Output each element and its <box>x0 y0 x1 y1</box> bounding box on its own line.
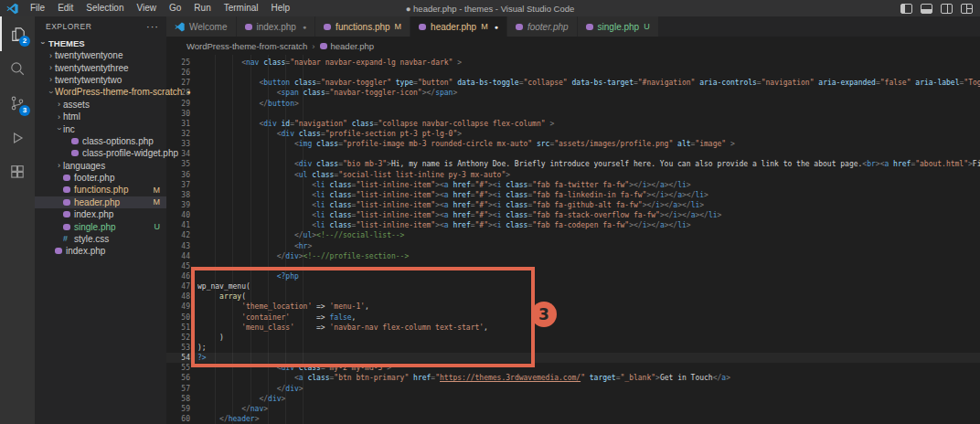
code-line-40[interactable]: 40 <li class="list-inline-item"><a href=… <box>166 210 980 220</box>
menu-edit[interactable]: Edit <box>51 0 80 16</box>
code-area[interactable]: 25 <nav class="navbar navbar-expand-lg n… <box>166 55 980 424</box>
code-text: ?> <box>197 353 980 363</box>
code-line-30[interactable]: 30 <box>166 109 980 119</box>
code-line-26[interactable]: 26 <box>166 68 980 78</box>
code-line-34[interactable]: 34 <box>166 149 980 159</box>
tree-item-assets[interactable]: ›assets <box>35 99 166 111</box>
code-line-48[interactable]: 48 array( <box>166 292 980 302</box>
css-file-icon: # <box>63 236 70 242</box>
activity-run-debug[interactable] <box>0 121 35 155</box>
code-line-46[interactable]: 46 <?php <box>166 271 980 281</box>
code-line-35[interactable]: 35 <div class="bio mb-3">Hi, my name is … <box>166 159 980 169</box>
menu-selection[interactable]: Selection <box>80 0 130 16</box>
tree-item-languages[interactable]: ›languages <box>35 160 166 172</box>
tree-item-functions-php[interactable]: functions.phpM <box>35 184 166 196</box>
code-line-59[interactable]: 59 </nav> <box>166 404 980 414</box>
code-line-45[interactable]: 45 <box>166 261 980 271</box>
tree-item-single-php[interactable]: single.phpU <box>35 220 166 232</box>
tree-item-header-php[interactable]: header.phpM <box>35 196 166 208</box>
code-text <box>197 109 980 119</box>
code-text: <div class="bio mb-3">Hi, my name is Ant… <box>197 159 980 169</box>
line-number: 54 <box>166 353 190 363</box>
menu-file[interactable]: File <box>24 0 51 16</box>
activity-extensions[interactable] <box>0 155 35 190</box>
code-line-58[interactable]: 58 </div> <box>166 394 980 404</box>
tab-welcome[interactable]: Welcome <box>166 16 237 37</box>
code-line-41[interactable]: 41 <li class="list-inline-item"><a href=… <box>166 220 980 230</box>
tab-single-php[interactable]: single.phpU <box>578 16 659 37</box>
layout-customize-icon[interactable] <box>961 4 973 14</box>
code-line-57[interactable]: 57 </div> <box>166 384 980 394</box>
menu-run[interactable]: Run <box>187 0 217 16</box>
git-status-badge: M <box>481 22 488 31</box>
layout-sidebar-right-icon[interactable] <box>941 4 953 14</box>
unsaved-dot-icon[interactable]: ● <box>303 24 306 30</box>
tab-header-php[interactable]: header.phpM● <box>410 16 507 37</box>
tree-item-footer-php[interactable]: footer.php <box>35 172 166 184</box>
section-themes[interactable]: › THEMES <box>35 37 166 49</box>
tree-item-style-css[interactable]: #style.css <box>35 233 166 245</box>
code-line-28[interactable]: 28 <span class="navbar-toggler-icon"></s… <box>166 88 980 98</box>
code-line-38[interactable]: 38 <li class="list-inline-item"><a href=… <box>166 190 980 200</box>
code-line-53[interactable]: 53); <box>166 343 980 353</box>
layout-panel-icon[interactable] <box>921 4 932 14</box>
line-number: 30 <box>166 109 190 119</box>
tree-item-class-options-php[interactable]: class-options.php <box>35 135 166 147</box>
menu-terminal[interactable]: Terminal <box>218 0 265 16</box>
tree-item-index-php[interactable]: index.php <box>35 208 166 220</box>
tree-item-html[interactable]: ›html <box>35 111 166 122</box>
code-line-37[interactable]: 37 <li class="list-inline-item"><a href=… <box>166 180 980 190</box>
code-text: 'theme_location' => 'menu-1', <box>197 302 980 312</box>
tree-item-label: single.php <box>74 222 116 232</box>
code-line-43[interactable]: 43 <hr> <box>166 241 980 251</box>
tree-item-class-profile-widget-php[interactable]: class-profile-widget.php <box>35 147 166 159</box>
tree-item-index-php[interactable]: index.php <box>35 245 166 257</box>
chevron-right-icon: › <box>55 112 63 122</box>
tab-index-php[interactable]: index.php● <box>237 16 316 37</box>
source-control-badge: 3 <box>19 105 30 116</box>
code-line-51[interactable]: 51 'menu_class' => 'navbar-nav flex-colu… <box>166 323 980 333</box>
code-line-27[interactable]: 27 <button class="navbar-toggler" type="… <box>166 78 980 88</box>
tree-item-inc[interactable]: ›inc <box>35 122 166 134</box>
tab-label: header.php <box>431 22 476 32</box>
code-line-52[interactable]: 52 ) <box>166 333 980 343</box>
code-line-29[interactable]: 29 </button> <box>166 99 980 109</box>
line-number: 38 <box>166 190 190 200</box>
tab-footer-php[interactable]: footer.php <box>507 16 578 37</box>
layout-sidebar-left-icon[interactable] <box>900 4 912 14</box>
code-line-25[interactable]: 25 <nav class="navbar navbar-expand-lg n… <box>166 58 980 68</box>
activity-explorer[interactable]: 2 <box>0 16 35 51</box>
breadcrumb-file[interactable]: header.php <box>331 41 375 51</box>
tree-item-label: inc <box>63 124 75 134</box>
tab-functions-php[interactable]: functions.phpM <box>315 16 410 37</box>
code-line-33[interactable]: 33 <img class="profile-image mb-3 rounde… <box>166 139 980 149</box>
code-line-60[interactable]: 60 </header> <box>166 414 980 424</box>
activity-source-control[interactable]: 3 <box>0 86 35 121</box>
code-line-55[interactable]: 55 <div class="my-2 my-md-3"> <box>166 363 980 373</box>
tree-item-wordpress-theme-from-scratch[interactable]: ›WordPress-theme-from-scratch● <box>35 86 166 98</box>
activity-search[interactable] <box>0 51 35 86</box>
code-line-56[interactable]: 56 <a class="btn btn-primary" href="http… <box>166 373 980 383</box>
tree-item-twentytwentythree[interactable]: ›twentytwentythree <box>35 61 166 73</box>
code-line-54[interactable]: 54?> <box>166 353 980 363</box>
code-line-42[interactable]: 42 </ul><!--//social-list--> <box>166 230 980 240</box>
tree-item-twentytwentyone[interactable]: ›twentytwentyone <box>35 49 166 61</box>
code-line-47[interactable]: 47wp_nav_menu( <box>166 281 980 292</box>
menu-view[interactable]: View <box>131 0 164 16</box>
explorer-title: EXPLORER <box>46 22 91 31</box>
code-line-50[interactable]: 50 'container' => false, <box>166 313 980 323</box>
tree-item-twentytwentytwo[interactable]: ›twentytwentytwo <box>35 74 166 86</box>
code-line-44[interactable]: 44 </div><!--//profile-section--> <box>166 251 980 261</box>
code-line-39[interactable]: 39 <li class="list-inline-item"><a href=… <box>166 200 980 210</box>
php-file-icon <box>71 150 79 156</box>
code-line-31[interactable]: 31 <div id="navigation" class="collapse … <box>166 119 980 129</box>
breadcrumb-folder[interactable]: WordPress-theme-from-scratch <box>186 41 307 51</box>
menu-go[interactable]: Go <box>163 0 187 16</box>
code-line-32[interactable]: 32 <div class="profile-section pt-3 pt-l… <box>166 129 980 139</box>
code-line-36[interactable]: 36 <ul class="social-list list-inline py… <box>166 170 980 180</box>
menu-help[interactable]: Help <box>265 0 297 16</box>
unsaved-dot-icon[interactable]: ● <box>495 24 498 30</box>
more-actions-icon[interactable]: ··· <box>146 21 159 32</box>
php-file-icon <box>63 199 70 206</box>
code-line-49[interactable]: 49 'theme_location' => 'menu-1', <box>166 302 980 312</box>
